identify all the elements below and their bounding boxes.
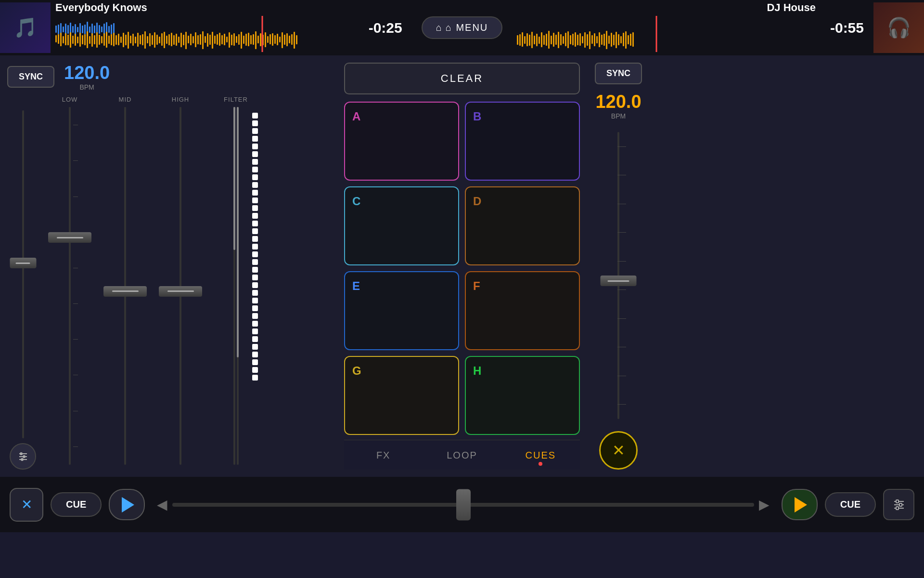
svg-rect-146 <box>563 36 564 44</box>
eq-high-track[interactable] <box>180 107 181 465</box>
eq-columns: LOW <box>43 96 330 470</box>
svg-rect-49 <box>113 33 115 46</box>
right-play-button[interactable] <box>782 489 818 520</box>
svg-rect-173 <box>628 35 629 44</box>
right-sync-button[interactable]: SYNC <box>595 63 642 84</box>
crossfader-thumb[interactable] <box>456 489 471 520</box>
svg-rect-114 <box>270 34 271 44</box>
cue-pad-b[interactable]: B <box>465 102 580 181</box>
left-track-name: Everybody Knows <box>55 1 354 14</box>
svg-rect-172 <box>625 31 627 49</box>
left-bpm-value: 120.0 <box>64 63 110 83</box>
svg-point-182 <box>21 459 23 460</box>
right-cue-button[interactable]: CUE <box>825 492 876 517</box>
left-track-time: -0:25 <box>359 20 412 36</box>
svg-rect-119 <box>282 32 283 48</box>
svg-rect-133 <box>531 32 533 48</box>
cue-pad-h[interactable]: H <box>465 356 580 435</box>
svg-rect-130 <box>524 36 526 44</box>
svg-rect-135 <box>536 34 538 46</box>
cues-panel: CLEAR A B C D E F <box>337 55 587 477</box>
cue-pad-g[interactable]: G <box>344 356 459 435</box>
crossfader-left-arrow[interactable]: ◀ <box>157 497 167 512</box>
left-album-art: 🎵 <box>0 2 51 53</box>
right-play-icon <box>795 497 807 512</box>
svg-rect-45 <box>103 33 105 46</box>
svg-rect-152 <box>577 35 578 45</box>
left-volume-thumb[interactable] <box>10 258 36 268</box>
cue-pad-f[interactable]: F <box>465 271 580 350</box>
left-cue-button[interactable]: CUE <box>51 492 102 517</box>
svg-rect-99 <box>233 33 235 46</box>
eq-filter-tracks <box>233 107 239 465</box>
right-volume-thumb[interactable] <box>601 276 637 286</box>
settings-icon <box>892 498 906 512</box>
svg-rect-82 <box>192 36 194 43</box>
eq-mid-column: MID <box>99 96 152 470</box>
svg-rect-104 <box>245 34 247 46</box>
svg-rect-42 <box>96 32 98 48</box>
svg-rect-103 <box>243 36 244 44</box>
eq-low-thumb[interactable] <box>48 232 91 243</box>
mixer-icon-button[interactable] <box>10 443 36 470</box>
svg-rect-142 <box>553 33 554 47</box>
svg-rect-35 <box>79 33 81 47</box>
eq-mid-thumb[interactable] <box>103 286 147 297</box>
svg-rect-80 <box>188 36 189 43</box>
eq-faders-area: LOW <box>7 96 330 470</box>
svg-rect-110 <box>260 33 261 46</box>
menu-button[interactable]: ⌂ ⌂ MENU <box>422 16 503 39</box>
cue-pad-e[interactable]: E <box>344 271 459 350</box>
svg-rect-162 <box>601 35 603 45</box>
svg-rect-26 <box>58 34 59 44</box>
svg-rect-163 <box>603 34 605 46</box>
eq-low-column: LOW <box>43 96 96 470</box>
left-close-button[interactable]: ✕ <box>10 488 43 522</box>
svg-rect-166 <box>611 33 612 47</box>
svg-rect-41 <box>94 35 95 44</box>
svg-rect-32 <box>72 36 74 44</box>
svg-rect-156 <box>587 34 588 46</box>
eq-filter-track-1[interactable] <box>233 107 235 465</box>
svg-rect-129 <box>522 32 523 47</box>
settings-button[interactable] <box>883 489 914 520</box>
right-bpm-label: BPM <box>611 112 626 120</box>
tab-fx[interactable]: FX <box>344 440 423 470</box>
svg-rect-68 <box>159 37 160 43</box>
eq-mid-label: MID <box>119 96 132 103</box>
svg-rect-96 <box>226 37 228 42</box>
svg-rect-11 <box>82 26 83 33</box>
svg-rect-30 <box>67 35 69 45</box>
svg-rect-20 <box>103 24 105 35</box>
left-volume-track[interactable] <box>22 110 24 438</box>
left-sync-button[interactable]: SYNC <box>7 66 54 88</box>
svg-rect-136 <box>539 37 540 44</box>
right-album-art: 🎧 <box>873 2 924 53</box>
svg-rect-108 <box>255 31 257 49</box>
svg-rect-12 <box>84 25 86 34</box>
clear-button[interactable]: CLEAR <box>344 63 580 94</box>
svg-rect-29 <box>65 33 66 45</box>
svg-rect-107 <box>253 34 254 45</box>
svg-rect-92 <box>217 34 218 45</box>
right-volume-track[interactable] <box>617 132 619 419</box>
left-play-button[interactable] <box>109 489 145 520</box>
eq-high-thumb[interactable] <box>159 286 202 297</box>
cue-pad-d[interactable]: D <box>465 186 580 265</box>
cue-pad-a[interactable]: A <box>344 102 459 181</box>
right-track-name: DJ House <box>767 1 815 14</box>
crossfader-track[interactable] <box>172 503 754 507</box>
svg-rect-65 <box>152 35 153 45</box>
eq-filter-track-2[interactable] <box>237 107 239 465</box>
crossfader-right-arrow[interactable]: ▶ <box>759 497 770 512</box>
main-content: SYNC 120.0 BPM <box>0 55 924 477</box>
tab-cues[interactable]: CUES <box>501 440 580 470</box>
eq-mid-track[interactable] <box>124 107 126 465</box>
cue-pad-c[interactable]: C <box>344 186 459 265</box>
cue-pad-h-label: H <box>473 364 481 378</box>
eq-low-track[interactable] <box>69 107 71 465</box>
tab-loop[interactable]: LOOP <box>423 440 501 470</box>
right-close-button[interactable]: ✕ <box>599 431 638 470</box>
svg-rect-67 <box>156 35 158 45</box>
svg-rect-187 <box>899 503 902 506</box>
